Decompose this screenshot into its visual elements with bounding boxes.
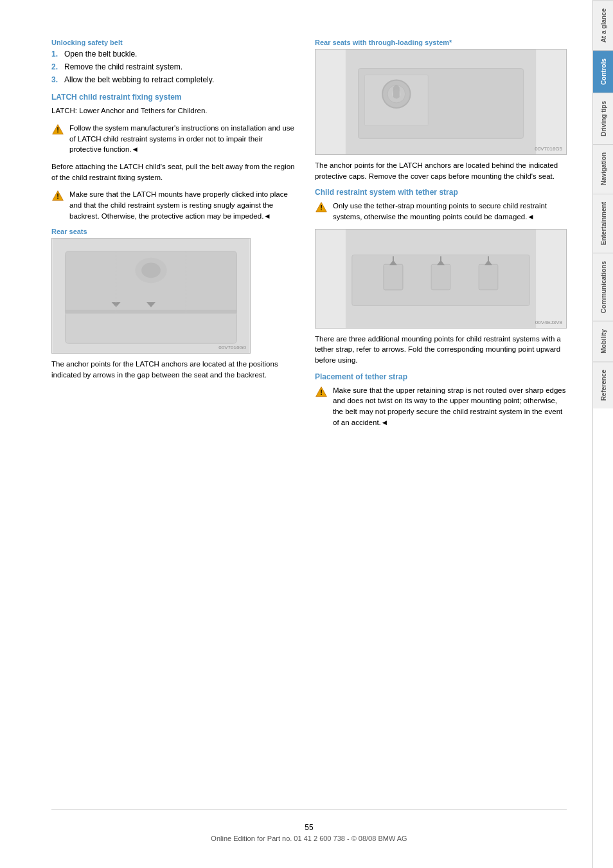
tether-img-code: 00V4EJ3V8 <box>535 320 562 325</box>
sidebar-tab-at-a-glance[interactable]: At a glance <box>593 0 614 50</box>
step-text-2: Remove the child restraint system. <box>64 62 182 73</box>
tether-warning-text: Only use the tether-strap mounting point… <box>333 201 567 222</box>
step-num-3: 3. <box>51 75 60 86</box>
latch-description: LATCH: Lower Anchor and Tethers for Chil… <box>51 105 296 116</box>
rear-seats-heading: Rear seats <box>51 228 296 235</box>
sidebar: At a glance Controls Driving tips Naviga… <box>592 0 613 868</box>
through-loading-image: 00V7016G5 <box>315 49 567 155</box>
step-3: 3. Allow the belt webbing to retract com… <box>51 75 296 86</box>
warning-icon-2: ! <box>51 190 64 203</box>
svg-text:!: ! <box>57 193 59 201</box>
edition-text: Online Edition for Part no. 01 41 2 600 … <box>51 835 567 842</box>
sidebar-tab-mobility[interactable]: Mobility <box>593 321 614 361</box>
svg-text:!: ! <box>57 126 59 134</box>
through-loading-heading: Rear seats with through-loading system* <box>315 39 567 46</box>
svg-rect-26 <box>431 264 450 289</box>
through-loading-img-code: 00V7016G5 <box>535 146 562 152</box>
sidebar-tab-communications[interactable]: Communications <box>593 253 614 321</box>
warning-box-1: ! Follow the system manufacturer's instr… <box>51 123 296 155</box>
svg-rect-25 <box>384 264 403 289</box>
sidebar-tab-navigation[interactable]: Navigation <box>593 144 614 193</box>
tether-image: 00V4EJ3V8 <box>315 229 567 329</box>
tether-strap-heading: Child restraint system with tether strap <box>315 188 567 197</box>
svg-point-13 <box>141 263 161 278</box>
rear-seat-svg <box>52 239 250 353</box>
page-footer: 55 Online Edition for Part no. 01 41 2 6… <box>51 809 567 842</box>
step-text-1: Open the belt buckle. <box>64 49 137 60</box>
unlocking-heading: Unlocking safety belt <box>51 39 296 46</box>
warning-text-1: Follow the system manufacturer's instruc… <box>69 123 296 155</box>
sidebar-tab-controls[interactable]: Controls <box>593 50 614 93</box>
rear-seat-image: 00V7016G0 <box>51 238 251 354</box>
through-loading-caption: The anchor points for the LATCH anchors … <box>315 160 567 181</box>
tether-svg <box>315 230 566 328</box>
placement-heading: Placement of tether strap <box>315 372 567 381</box>
page-number: 55 <box>51 823 567 832</box>
placement-warning-icon: ! <box>315 386 328 399</box>
svg-text:!: ! <box>320 388 323 396</box>
step-num-2: 2. <box>51 62 60 73</box>
svg-rect-6 <box>66 312 237 343</box>
body-text-1: Before attaching the LATCH child's seat,… <box>51 161 296 183</box>
step-1: 1. Open the belt buckle. <box>51 49 296 60</box>
placement-warning-text: Make sure that the upper retaining strap… <box>333 385 567 428</box>
svg-rect-27 <box>479 264 498 289</box>
latch-heading: LATCH child restraint fixing system <box>51 93 296 102</box>
sidebar-tab-reference[interactable]: Reference <box>593 361 614 408</box>
tether-caption: There are three additional mounting poin… <box>315 334 567 366</box>
warning-text-2: Make sure that the LATCH mounts have pro… <box>69 189 296 221</box>
warning-icon-1: ! <box>51 123 64 136</box>
steps-list: 1. Open the belt buckle. 2. Remove the c… <box>51 49 296 85</box>
rear-seat-caption: The anchor points for the LATCH anchors … <box>51 359 296 380</box>
placement-warning-box: ! Make sure that the upper retaining str… <box>315 385 567 428</box>
step-num-1: 1. <box>51 49 60 60</box>
tether-warning-icon: ! <box>315 201 328 214</box>
step-2: 2. Remove the child restraint system. <box>51 62 296 73</box>
svg-text:!: ! <box>320 204 323 212</box>
svg-rect-7 <box>66 310 237 314</box>
warning-box-2: ! Make sure that the LATCH mounts have p… <box>51 189 296 221</box>
through-loading-svg <box>315 50 566 154</box>
sidebar-tab-driving-tips[interactable]: Driving tips <box>593 93 614 144</box>
step-text-3: Allow the belt webbing to retract comple… <box>64 75 214 86</box>
sidebar-tab-entertainment[interactable]: Entertainment <box>593 194 614 253</box>
tether-warning-box: ! Only use the tether-strap mounting poi… <box>315 201 567 222</box>
rear-seat-img-code: 00V7016G0 <box>218 345 246 350</box>
